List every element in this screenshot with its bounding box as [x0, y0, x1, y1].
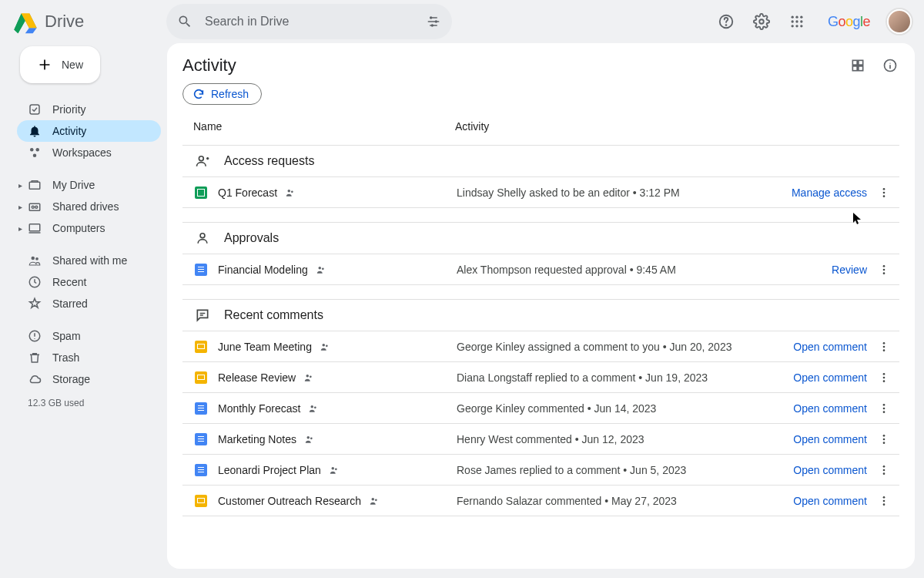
file-row[interactable]: Q1 Forecast Lindsay Shelly asked to be a… [182, 177, 899, 208]
svg-point-22 [30, 148, 34, 152]
apps-icon[interactable] [788, 12, 806, 31]
open-comment-link[interactable]: Open comment [793, 433, 867, 445]
computer-icon [28, 221, 42, 235]
file-name: Customer Outreach Research [218, 495, 361, 507]
nav-priority[interactable]: Priority [17, 99, 161, 120]
activity-text: George Kinley assigned a comment to you … [457, 341, 793, 353]
more-icon[interactable] [878, 433, 893, 445]
person-icon [195, 230, 210, 246]
star-icon [28, 297, 42, 311]
svg-point-64 [883, 407, 886, 409]
svg-point-72 [335, 468, 337, 470]
storage-used: 12.3 GB used [17, 390, 161, 408]
nav-spam[interactable]: Spam [17, 325, 161, 347]
svg-point-77 [375, 499, 377, 501]
svg-point-73 [883, 465, 886, 468]
settings-icon[interactable] [752, 12, 771, 31]
logo-area[interactable]: Drive [12, 8, 166, 35]
expand-icon[interactable]: ▸ [18, 203, 22, 211]
search-bar[interactable]: Search in Drive [166, 4, 452, 39]
svg-point-31 [35, 257, 38, 260]
file-name: June Team Meeting [218, 341, 312, 353]
search-options-icon[interactable] [426, 14, 441, 29]
open-comment-link[interactable]: Open comment [793, 402, 867, 415]
svg-rect-35 [859, 60, 863, 65]
svg-rect-34 [852, 60, 857, 65]
open-comment-link[interactable]: Open comment [793, 495, 867, 507]
svg-point-7 [435, 20, 437, 22]
svg-point-49 [883, 268, 886, 271]
nav-computers[interactable]: ▸ Computers [17, 217, 161, 239]
docs-icon [195, 464, 207, 476]
svg-point-78 [883, 496, 886, 499]
file-name: Release Review [218, 371, 296, 384]
file-row[interactable]: Leonardi Project Plan Rose James replied… [182, 455, 899, 486]
help-icon[interactable] [717, 12, 735, 31]
svg-point-16 [795, 20, 798, 22]
open-comment-link[interactable]: Open comment [793, 371, 867, 384]
manage-access-link[interactable]: Manage access [792, 187, 867, 199]
svg-point-13 [795, 16, 798, 18]
expand-icon[interactable]: ▸ [18, 181, 22, 190]
file-row[interactable]: Release Review Diana Longstaff replied t… [182, 362, 899, 393]
nav-starred[interactable]: Starred [17, 293, 161, 314]
nav-activity[interactable]: Activity [17, 120, 161, 142]
svg-point-27 [32, 206, 34, 208]
svg-point-30 [32, 257, 35, 260]
nav-shared-with-me[interactable]: Shared with me [17, 250, 161, 271]
file-row[interactable]: Marketing Notes Henry West commented • J… [182, 424, 899, 455]
svg-point-46 [318, 266, 321, 269]
activity-text: Henry West commented • Jun 12, 2023 [457, 433, 793, 445]
shared-icon [308, 403, 319, 414]
more-icon[interactable] [878, 495, 893, 507]
more-icon[interactable] [878, 402, 893, 415]
main-panel: Activity Refresh Name Activity Access re… [167, 43, 915, 569]
nav-workspaces[interactable]: Workspaces [17, 142, 161, 163]
svg-point-44 [883, 195, 886, 197]
new-button[interactable]: New [20, 46, 100, 83]
section-access-requests: Access requests Q1 Forecast Lindsay Shel… [182, 145, 899, 208]
svg-rect-37 [859, 66, 863, 71]
svg-point-76 [371, 497, 374, 500]
file-row[interactable]: June Team Meeting George Kinley assigned… [182, 331, 899, 362]
section-title: Approvals [224, 231, 279, 245]
svg-point-24 [33, 154, 37, 158]
svg-point-48 [883, 265, 886, 267]
account-avatar[interactable] [887, 9, 912, 34]
file-row[interactable]: Customer Outreach Research Fernando Sala… [182, 486, 899, 516]
nav-storage[interactable]: Storage [17, 368, 161, 390]
refresh-label: Refresh [211, 88, 249, 100]
more-icon[interactable] [878, 341, 893, 353]
info-icon[interactable] [881, 56, 899, 75]
svg-rect-29 [29, 224, 40, 231]
svg-point-14 [800, 16, 802, 18]
open-comment-link[interactable]: Open comment [793, 341, 867, 353]
refresh-button[interactable]: Refresh [182, 83, 262, 105]
google-logo[interactable]: Google [828, 14, 870, 30]
nav-my-drive[interactable]: ▸ My Drive [17, 174, 161, 196]
plus-icon [37, 57, 52, 72]
file-row[interactable]: Monthly Forecast George Kinley commented… [182, 393, 899, 424]
nav-shared-drives[interactable]: ▸ Shared drives [17, 196, 161, 217]
expand-icon[interactable]: ▸ [18, 224, 22, 233]
svg-point-51 [322, 343, 325, 346]
nav-label: Shared with me [52, 254, 127, 267]
grid-view-icon[interactable] [849, 56, 867, 75]
more-icon[interactable] [878, 464, 893, 476]
open-comment-link[interactable]: Open comment [793, 464, 867, 476]
file-row[interactable]: Financial Modeling Alex Thompson request… [182, 254, 899, 285]
nav-trash[interactable]: Trash [17, 347, 161, 368]
svg-point-68 [883, 435, 886, 437]
more-icon[interactable] [878, 371, 893, 384]
search-placeholder: Search in Drive [205, 15, 426, 29]
svg-point-43 [883, 191, 886, 193]
activity-text: Diana Longstaff replied to a comment • J… [457, 371, 793, 384]
spam-icon [28, 329, 42, 343]
more-icon[interactable] [878, 187, 893, 199]
shared-icon [369, 496, 380, 506]
review-link[interactable]: Review [832, 264, 867, 276]
svg-point-55 [883, 349, 886, 351]
more-icon[interactable] [878, 264, 893, 276]
nav-recent[interactable]: Recent [17, 271, 161, 293]
nav-label: Computers [52, 222, 105, 234]
